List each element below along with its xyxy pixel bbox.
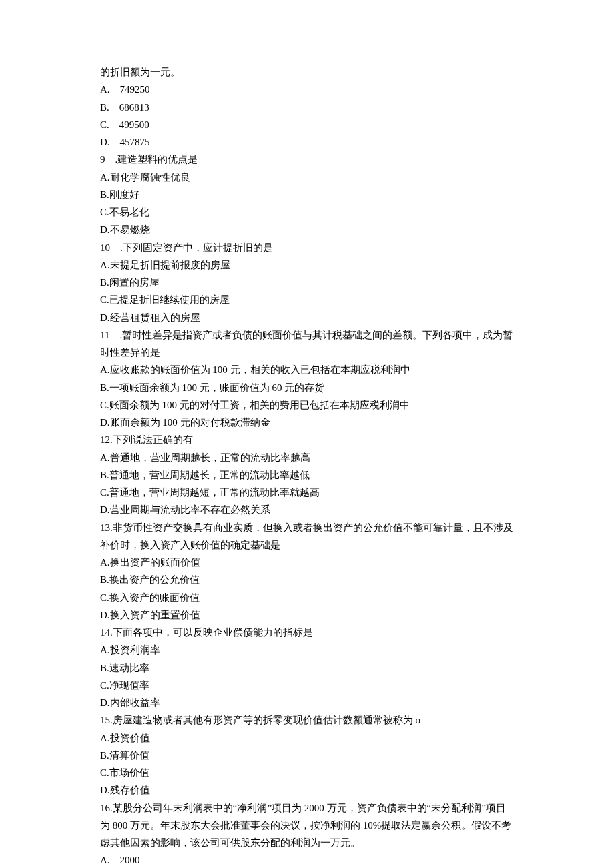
option-d: D. 457875 (100, 133, 514, 151)
option-b: B.闲置的房屋 (100, 274, 514, 291)
option-a: A.投资利润率 (100, 641, 514, 659)
option-a: A.应收账款的账面价值为 100 元，相关的收入已包括在本期应税利润中 (100, 361, 514, 378)
option-b: B.速动比率 (100, 659, 514, 677)
question-9: 9 .建造塑料的优点是 (100, 151, 514, 168)
option-b: B.一项账面余额为 100 元，账面价值为 60 元的存货 (100, 379, 514, 396)
option-d: D.内部收益率 (100, 694, 514, 711)
option-c: C.不易老化 (100, 203, 514, 221)
option-d: D.残存价值 (100, 781, 514, 799)
question-14: 14.下面各项中，可以反映企业偿债能力的指标是 (100, 624, 514, 641)
question-10: 10 .下列固定资产中，应计提折旧的是 (100, 239, 514, 256)
option-d: D.不易燃烧 (100, 221, 514, 238)
option-b: B.清算价值 (100, 747, 514, 764)
question-15: 15.房屋建造物或者其他有形资产等的拆零变现价值估计数额通常被称为 o (100, 711, 514, 729)
option-a: A.耐化学腐蚀性优良 (100, 169, 514, 186)
option-d: D.账面余额为 100 元的对付税款滞纳金 (100, 414, 514, 431)
option-b: B.刚度好 (100, 186, 514, 203)
option-c: C.净现值率 (100, 677, 514, 694)
option-c: C.账面余额为 100 元的对付工资，相关的费用已包括在本期应税利润中 (100, 396, 514, 414)
option-a: A. 749250 (100, 81, 514, 98)
option-b: B.换出资产的公允价值 (100, 571, 514, 588)
option-c: C.换入资产的账面价值 (100, 589, 514, 606)
option-a: A.换出资产的账面价值 (100, 554, 514, 571)
question-13: 13.非货币性资产交换具有商业实质，但换入或者换出资产的公允价值不能可靠计量，且… (100, 519, 514, 554)
option-c: C.市场价值 (100, 764, 514, 781)
option-d: D.营业周期与流动比率不存在必然关系 (100, 501, 514, 518)
option-a: A.未提足折旧提前报废的房屋 (100, 256, 514, 274)
option-d: D.经营租赁租入的房屋 (100, 309, 514, 326)
option-c: C. 499500 (100, 116, 514, 133)
option-b: B.普通地，营业周期越长，正常的流动比率越低 (100, 466, 514, 484)
question-12: 12.下列说法正确的有 (100, 431, 514, 448)
option-a: A. 2000 (100, 851, 514, 868)
option-c: C.已提足折旧继续使用的房屋 (100, 291, 514, 308)
question-16: 16.某股分公司年末利润表中的“净利润”项目为 2000 万元，资产负债表中的“… (100, 799, 514, 852)
question-11: 11 .暂时性差异是指资产或者负债的账面价值与其计税基础之间的差额。下列各项中，… (100, 326, 514, 362)
option-a: A.投资价值 (100, 729, 514, 747)
option-a: A.普通地，营业周期越长，正常的流动比率越高 (100, 449, 514, 466)
document-page: 的折旧额为一元。 A. 749250 B. 686813 C. 499500 D… (0, 0, 614, 868)
option-c: C.普通地，营业周期越短，正常的流动比率就越高 (100, 484, 514, 501)
option-b: B. 686813 (100, 99, 514, 116)
text-line: 的折旧额为一元。 (100, 63, 514, 81)
option-d: D.换入资产的重置价值 (100, 606, 514, 624)
